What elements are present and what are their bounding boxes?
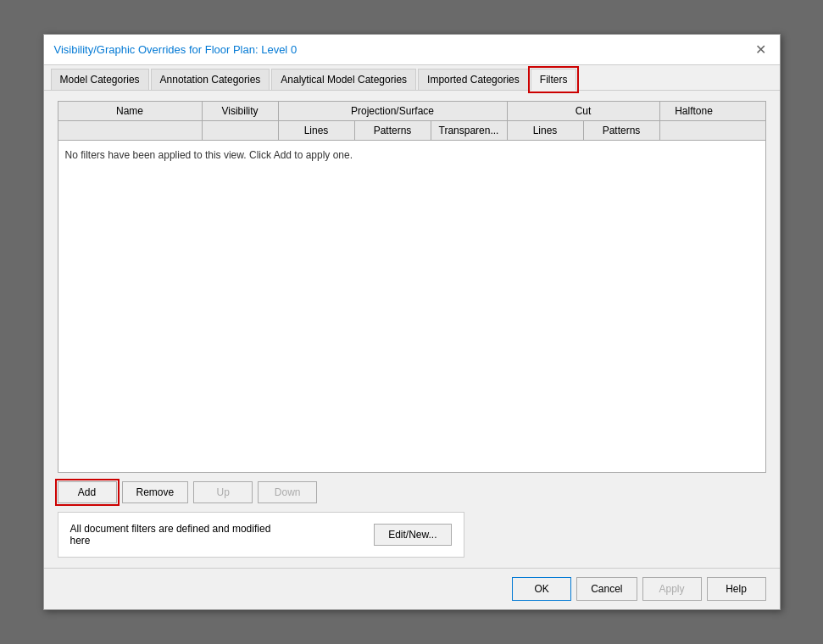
info-box-text: All document filters are defined and mod… <box>70 523 282 547</box>
sub-cut-patterns: Patterns <box>584 121 660 140</box>
table-header-row1: Name Visibility Projection/Surface Cut H… <box>58 102 765 121</box>
tab-filters[interactable]: Filters <box>531 69 577 91</box>
table-body: No filters have been applied to this vie… <box>58 141 765 169</box>
sub-proj-transparency: Transparen... <box>431 121 508 140</box>
empty-message: No filters have been applied to this vie… <box>65 149 353 161</box>
tab-analytical-model-categories[interactable]: Analytical Model Categories <box>271 69 416 90</box>
info-box: All document filters are defined and mod… <box>58 512 464 558</box>
col-visibility-header: Visibility <box>203 102 279 120</box>
sub-visibility-spacer <box>203 121 279 140</box>
ok-button[interactable]: OK <box>512 577 571 601</box>
dialog-footer: OK Cancel Apply Help <box>44 568 780 609</box>
tab-imported-categories[interactable]: Imported Categories <box>418 69 529 90</box>
tab-annotation-categories[interactable]: Annotation Categories <box>151 69 270 90</box>
sub-halftone-spacer <box>660 121 728 140</box>
remove-button[interactable]: Remove <box>122 481 189 503</box>
help-button[interactable]: Help <box>707 577 766 601</box>
main-dialog: Visibility/Graphic Overrides for Floor P… <box>43 34 781 610</box>
sub-name-spacer <box>58 121 203 140</box>
title-text: Visibility/Graphic Overrides for Floor P… <box>54 43 291 56</box>
dialog-body: Name Visibility Projection/Surface Cut H… <box>44 91 780 568</box>
dialog-title: Visibility/Graphic Overrides for Floor P… <box>54 43 298 56</box>
edit-new-button[interactable]: Edit/New... <box>374 524 451 546</box>
sub-proj-lines: Lines <box>279 121 355 140</box>
down-button[interactable]: Down <box>258 481 317 503</box>
title-highlight: 0 <box>291 43 297 56</box>
up-button[interactable]: Up <box>193 481 253 503</box>
col-cut-header: Cut <box>508 102 660 120</box>
title-bar: Visibility/Graphic Overrides for Floor P… <box>44 35 780 65</box>
tabs-row: Model Categories Annotation Categories A… <box>44 65 780 91</box>
table-header-row2: Lines Patterns Transparen... Lines Patte… <box>58 121 765 140</box>
sub-cut-lines: Lines <box>508 121 584 140</box>
tab-model-categories[interactable]: Model Categories <box>51 69 149 90</box>
cancel-button[interactable]: Cancel <box>576 577 637 601</box>
col-name-header: Name <box>58 102 203 120</box>
filters-button-row: Add Remove Up Down <box>58 481 766 503</box>
add-button[interactable]: Add <box>58 481 117 503</box>
filters-table: Name Visibility Projection/Surface Cut H… <box>58 101 766 473</box>
col-halftone-header: Halftone <box>660 102 728 120</box>
close-button[interactable]: ✕ <box>752 43 770 57</box>
apply-button[interactable]: Apply <box>642 577 702 601</box>
col-projection-header: Projection/Surface <box>279 102 508 120</box>
table-header: Name Visibility Projection/Surface Cut H… <box>58 102 765 141</box>
sub-proj-patterns: Patterns <box>355 121 431 140</box>
